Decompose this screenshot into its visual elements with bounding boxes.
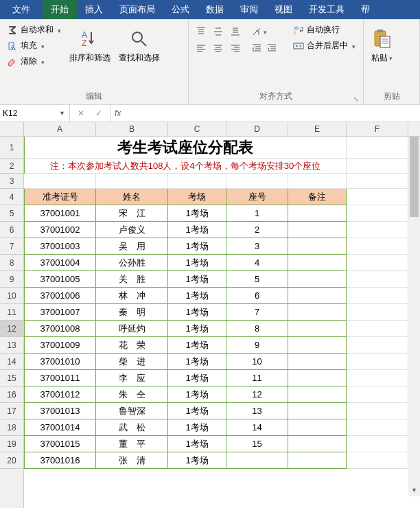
cell[interactable] xyxy=(288,403,347,419)
column-header[interactable]: C xyxy=(168,122,226,136)
cell[interactable]: 37001015 xyxy=(24,436,96,452)
cell[interactable]: 张 清 xyxy=(96,452,168,469)
cell[interactable]: 1考场 xyxy=(168,370,226,386)
cell[interactable]: 花 荣 xyxy=(96,337,168,354)
cell[interactable]: 柴 进 xyxy=(96,354,168,370)
cell[interactable]: 37001002 xyxy=(24,222,96,238)
align-middle-button[interactable] xyxy=(210,23,226,40)
cell[interactable] xyxy=(347,159,408,174)
row-header[interactable]: 12 xyxy=(0,321,23,337)
clear-button[interactable]: 清除 xyxy=(4,54,64,69)
cell[interactable] xyxy=(347,452,408,469)
cell[interactable]: 37001012 xyxy=(24,386,96,403)
sheet-grid[interactable]: ABCDEF 1234567891011121314151617181920 考… xyxy=(0,122,420,508)
cell[interactable] xyxy=(168,174,226,189)
decrease-indent-button[interactable] xyxy=(249,41,264,56)
cell[interactable]: 备注 xyxy=(288,189,347,205)
cell[interactable]: 考场 xyxy=(168,189,226,205)
tab-data[interactable]: 数据 xyxy=(198,0,232,19)
cell[interactable]: 1 xyxy=(226,205,288,222)
cell[interactable]: 姓名 xyxy=(96,189,168,205)
cell[interactable]: 1考场 xyxy=(168,337,226,354)
name-box-input[interactable] xyxy=(3,108,58,118)
cell[interactable] xyxy=(288,419,347,436)
cell[interactable]: 37001007 xyxy=(24,304,96,321)
column-header[interactable]: A xyxy=(24,122,96,136)
cell[interactable] xyxy=(288,271,347,288)
cell[interactable] xyxy=(347,337,408,354)
cell[interactable] xyxy=(288,452,347,469)
cell[interactable] xyxy=(96,174,168,189)
cell[interactable] xyxy=(288,354,347,370)
fill-button[interactable]: 填充 xyxy=(4,38,64,53)
cell[interactable] xyxy=(226,174,288,189)
cell[interactable]: 1考场 xyxy=(168,205,226,222)
cell[interactable]: 37001003 xyxy=(24,238,96,255)
cell[interactable]: 14 xyxy=(226,419,288,436)
cell[interactable] xyxy=(347,222,408,238)
cell[interactable]: 注：本次参加考试人数共108人，设4个考场，每个考场安排30个座位 xyxy=(24,159,347,174)
column-header[interactable]: B xyxy=(96,122,168,136)
cell[interactable] xyxy=(347,238,408,255)
cell[interactable]: 1考场 xyxy=(168,288,226,304)
cell[interactable] xyxy=(347,255,408,271)
cell[interactable]: 1考场 xyxy=(168,386,226,403)
sort-filter-button[interactable]: AZ 排序和筛选 xyxy=(65,21,115,76)
cell[interactable] xyxy=(288,337,347,354)
row-header[interactable]: 9 xyxy=(0,271,23,288)
row-header[interactable]: 5 xyxy=(0,205,23,222)
cell[interactable]: 吴 用 xyxy=(96,238,168,255)
cell[interactable]: 鲁智深 xyxy=(96,403,168,419)
row-header[interactable]: 17 xyxy=(0,403,23,419)
align-left-button[interactable] xyxy=(193,41,209,57)
orientation-button[interactable] xyxy=(249,24,268,39)
cell[interactable]: 37001005 xyxy=(24,271,96,288)
cell[interactable]: 卢俊义 xyxy=(96,222,168,238)
cell[interactable]: 公孙胜 xyxy=(96,255,168,271)
cells-area[interactable]: 考生考试座位分配表注：本次参加考试人数共108人，设4个考场，每个考场安排30个… xyxy=(24,137,420,508)
cell[interactable]: 1考场 xyxy=(168,452,226,469)
tab-insert[interactable]: 插入 xyxy=(77,0,111,19)
scroll-down-button[interactable]: ▼ xyxy=(408,485,420,496)
find-select-button[interactable]: 查找和选择 xyxy=(115,21,164,76)
cell[interactable]: 1考场 xyxy=(168,255,226,271)
row-header[interactable]: 15 xyxy=(0,370,23,386)
select-all-corner[interactable] xyxy=(0,122,24,137)
paste-button[interactable]: 粘贴 xyxy=(366,21,397,76)
cell[interactable] xyxy=(347,189,408,205)
cell[interactable]: 11 xyxy=(226,370,288,386)
cell[interactable]: 7 xyxy=(226,304,288,321)
row-header[interactable]: 3 xyxy=(0,174,23,189)
column-headers[interactable]: ABCDEF xyxy=(24,122,420,137)
cell[interactable]: 2 xyxy=(226,222,288,238)
row-header[interactable]: 6 xyxy=(0,222,23,238)
cell[interactable]: 37001008 xyxy=(24,321,96,337)
cell[interactable] xyxy=(347,304,408,321)
name-box[interactable]: ▼ xyxy=(0,105,70,122)
cell[interactable]: 呼延灼 xyxy=(96,321,168,337)
dialog-launcher-icon[interactable]: ⤡ xyxy=(353,95,359,103)
tab-home[interactable]: 开始 xyxy=(43,0,77,19)
cell[interactable]: 1考场 xyxy=(168,222,226,238)
cell[interactable] xyxy=(347,174,408,189)
cell[interactable]: 朱 仝 xyxy=(96,386,168,403)
cell[interactable]: 1考场 xyxy=(168,403,226,419)
cell[interactable] xyxy=(347,205,408,222)
cell[interactable]: 宋 江 xyxy=(96,205,168,222)
cell[interactable]: 董 平 xyxy=(96,436,168,452)
tab-developer[interactable]: 开发工具 xyxy=(301,0,353,19)
cell[interactable]: 1考场 xyxy=(168,419,226,436)
cell[interactable] xyxy=(288,205,347,222)
formula-input[interactable] xyxy=(125,108,420,118)
tab-review[interactable]: 审阅 xyxy=(232,0,266,19)
name-box-dropdown-icon[interactable]: ▼ xyxy=(58,110,67,117)
cell[interactable] xyxy=(288,238,347,255)
cell[interactable]: 5 xyxy=(226,271,288,288)
column-header[interactable]: F xyxy=(347,122,408,136)
cell[interactable] xyxy=(24,174,96,189)
cell[interactable]: 1考场 xyxy=(168,354,226,370)
vertical-scrollbar[interactable]: ▲ ▼ xyxy=(408,122,420,496)
cell[interactable] xyxy=(288,436,347,452)
cancel-formula-button[interactable]: ✕ xyxy=(74,108,88,118)
row-headers[interactable]: 1234567891011121314151617181920 xyxy=(0,137,24,508)
